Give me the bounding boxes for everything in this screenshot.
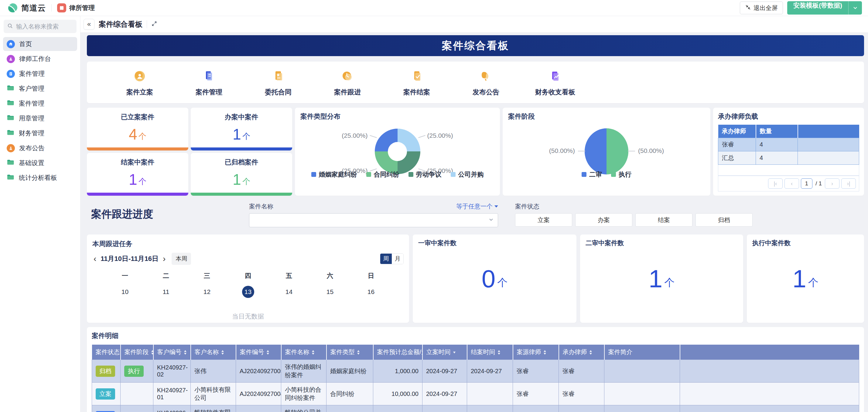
next-page-button[interactable]: › — [825, 178, 839, 189]
col-filed-date[interactable]: 立案时间 — [423, 345, 467, 360]
date-cell[interactable]: 15 — [309, 285, 350, 298]
pagination: |‹ ‹ 1 / 1 › ›| — [718, 176, 859, 192]
date-cell-selected[interactable]: 13 — [227, 285, 269, 298]
table-row[interactable]: 汇总4 — [718, 151, 859, 165]
sidebar-item-home[interactable]: 首页 — [3, 37, 77, 51]
sidebar-item-basic-settings[interactable]: 基础设置 — [3, 156, 77, 170]
stat-color-bar — [87, 147, 188, 150]
tabbar: « 案件综合看板 — [81, 16, 868, 33]
legend-item[interactable]: 执行 — [611, 170, 631, 179]
case-name-select[interactable] — [249, 213, 498, 227]
fullscreen-expand-icon[interactable] — [151, 21, 157, 28]
col-case-no[interactable]: 案件编号 — [236, 345, 281, 360]
col-case-type[interactable]: 案件类型 — [327, 345, 373, 360]
filter-operator-dropdown[interactable]: 等于任意一个 — [456, 202, 498, 211]
pie-chart: (50.00%) (50.00%) 二审 执行 — [508, 121, 705, 182]
col-closed-date[interactable]: 结案时间 — [467, 345, 513, 360]
legend-item[interactable]: 合同纠纷 — [366, 170, 399, 179]
legend-item[interactable]: 劳动争议 — [408, 170, 442, 179]
date-cell[interactable]: 12 — [186, 285, 227, 298]
col-case-name[interactable]: 案件名称 — [281, 345, 327, 360]
chevron-down-icon — [489, 217, 494, 223]
first-page-button[interactable]: |‹ — [768, 178, 783, 189]
quick-link-finance-board[interactable]: 财务收支看板 — [521, 68, 590, 97]
quick-link-contract[interactable]: 委托合同 — [244, 68, 313, 97]
table-header-row: 案件状态 案件阶段 客户编号 客户名称 案件编号 案件名称 案件类型 案件预计总… — [92, 345, 859, 360]
search-input[interactable] — [16, 23, 73, 30]
folder-icon — [7, 159, 14, 167]
last-page-button[interactable]: ›| — [841, 178, 856, 189]
month-toggle[interactable]: 月 — [392, 254, 403, 264]
col-status[interactable]: 案件状态 — [92, 345, 121, 360]
install-template-button[interactable]: 安装模板(带数据) — [787, 1, 862, 14]
week-task-card: 本周跟进任务 ‹ 11月10日-11月16日 › 本周 周 月 — [87, 235, 409, 323]
page-number-input[interactable]: 1 — [801, 178, 812, 189]
col-source-lawyer[interactable]: 案源律师 — [513, 345, 559, 360]
prev-week-icon[interactable]: ‹ — [92, 256, 97, 262]
quick-link-announce[interactable]: 发布公告 — [451, 68, 521, 97]
sidebar-item-case-management[interactable]: 案件管理 — [3, 67, 77, 81]
app-icon — [57, 3, 66, 12]
col-lawyer[interactable]: 承办律师 — [718, 125, 756, 138]
sidebar-item-finance-management[interactable]: 财务管理 — [3, 126, 77, 140]
date-cell[interactable]: 10 — [104, 285, 146, 298]
legend-item[interactable]: 二审 — [582, 170, 602, 179]
quick-link-case-manage[interactable]: 案件管理 — [174, 68, 244, 97]
logo[interactable]: 简道云 — [7, 2, 46, 13]
col-customer[interactable]: 客户名称 — [191, 345, 236, 360]
pie-legend: 二审 执行 — [508, 170, 705, 179]
charts-row: 已立案案件 4个 办案中案件 1个 结案中案件 1个 — [87, 108, 864, 196]
sidebar-item-case-management-folder[interactable]: 案件管理 — [3, 97, 77, 110]
status-badge: 归档 — [96, 366, 115, 377]
legend-item[interactable]: 婚姻家庭纠纷 — [311, 170, 357, 179]
tab-case-dashboard[interactable]: 案件综合看板 — [99, 20, 143, 29]
topbar-divider — [51, 4, 52, 11]
donut-label: (25.00%) — [342, 132, 368, 139]
date-cell[interactable]: 11 — [146, 285, 186, 298]
exit-fullscreen-button[interactable]: 退出全屏 — [740, 2, 783, 14]
status-button-closing[interactable]: 结案 — [636, 213, 692, 227]
second-instance-card: 二审中案件数 1个 — [580, 235, 743, 323]
pie-graphic[interactable] — [585, 128, 628, 174]
stage-card-value: 1个 — [747, 235, 864, 323]
status-button-archive[interactable]: 归档 — [695, 213, 752, 227]
app-name: 律所管理 — [69, 4, 95, 12]
sidebar-item-label: 首页 — [19, 40, 32, 48]
quick-link-label: 财务收支看板 — [535, 88, 575, 97]
jiandaoyun-logo-icon — [7, 2, 18, 13]
date-cell[interactable]: 14 — [269, 285, 309, 298]
next-week-icon[interactable]: › — [162, 256, 167, 262]
week-toggle[interactable]: 周 — [380, 254, 392, 264]
col-stage[interactable]: 案件阶段 — [121, 345, 153, 360]
this-week-button[interactable]: 本周 — [172, 253, 191, 265]
table-row[interactable]: 立案 KH240927-01 小简科技有限公司 AJ20240927004 小简… — [92, 383, 859, 405]
prev-page-button[interactable]: ‹ — [784, 178, 799, 189]
sidebar-search[interactable] — [4, 20, 76, 33]
status-button-handling[interactable]: 办案 — [575, 213, 632, 227]
legend-item[interactable]: 公司并购 — [451, 170, 484, 179]
install-dropdown-button[interactable] — [848, 1, 862, 14]
date-cell[interactable]: 16 — [350, 285, 392, 298]
col-brief[interactable]: 案件简介 — [604, 345, 680, 360]
table-row[interactable]: 张睿4 — [718, 138, 859, 151]
sidebar-item-announcement[interactable]: 发布公告 — [3, 141, 77, 155]
status-button-filing[interactable]: 立案 — [515, 213, 572, 227]
quick-link-follow-up[interactable]: 案件跟进 — [313, 68, 382, 97]
case-status-label: 案件状态 — [515, 202, 539, 211]
weekday-header: 一二三四五六日 — [92, 272, 404, 280]
col-count[interactable]: 数量 — [756, 125, 798, 138]
quick-link-case-close[interactable]: 案件结案 — [382, 68, 451, 97]
sidebar-item-lawyer-workbench[interactable]: 律师工作台 — [3, 52, 77, 66]
col-lawyer[interactable]: 承办律师 — [559, 345, 604, 360]
quick-link-case-filing[interactable]: 案件立案 — [105, 68, 174, 97]
stat-title: 已归档案件 — [225, 158, 258, 167]
sidebar-collapse-button[interactable]: « — [84, 19, 94, 30]
table-row[interactable]: 归档 执行 KH240927-02 张伟 AJ20240927005 张伟的婚姻… — [92, 360, 859, 383]
table-row[interactable]: 办案 KH240926-01 帆软软件有限公司 AJ20240926003 帆软… — [92, 405, 859, 412]
donut-graphic[interactable] — [375, 129, 420, 174]
col-customer-no[interactable]: 客户编号 — [153, 345, 191, 360]
sidebar-item-customer-management[interactable]: 客户管理 — [3, 81, 77, 96]
sidebar-item-statistics-dashboard[interactable]: 统计分析看板 — [3, 171, 77, 185]
sidebar-item-seal-management[interactable]: 用章管理 — [3, 111, 77, 125]
col-amount[interactable]: 案件预计总金额/元 — [373, 345, 423, 360]
